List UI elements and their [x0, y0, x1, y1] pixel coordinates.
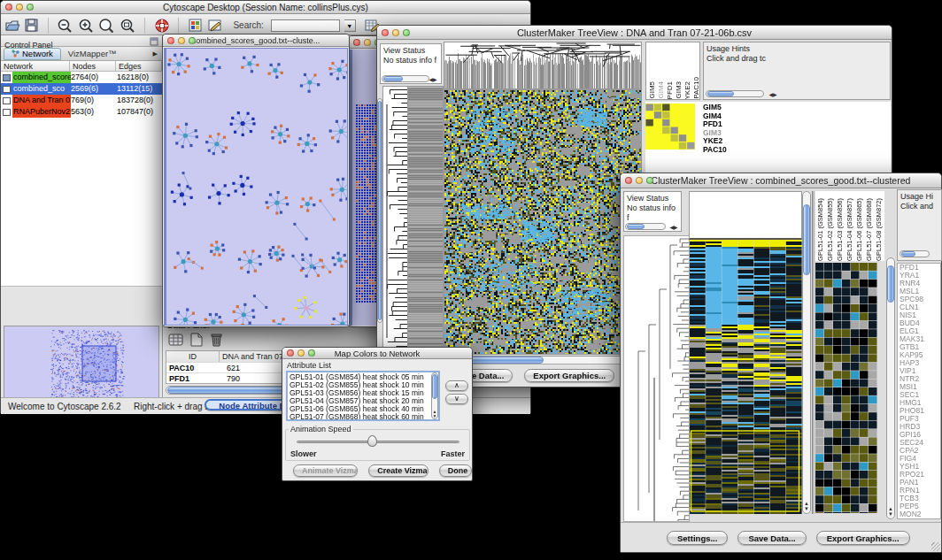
minimize-button[interactable]	[364, 39, 371, 46]
speed-slider-thumb[interactable]	[367, 435, 377, 447]
zoom-button[interactable]	[308, 349, 315, 357]
attribute-item[interactable]: GPL51-03 (GSM856) heat shock 15 min	[290, 389, 429, 397]
tv2-column-label[interactable]: GPL51-02 (GSM855)	[825, 198, 835, 261]
minimize-button[interactable]	[392, 29, 399, 36]
attribute-item[interactable]: GPL51-06 (GSM865) heat shock 40 min	[290, 405, 429, 413]
tv1-hints-hscrollbar[interactable]	[706, 90, 764, 97]
gene-label[interactable]: MON2	[900, 510, 940, 518]
tv2-footer-button[interactable]: Save Data...	[737, 531, 806, 545]
tab-overflow-button[interactable]: ▶	[149, 50, 162, 58]
tv2-column-label[interactable]: GPL51-03 (GSM856)	[835, 198, 845, 261]
tv1-mini-heatmap[interactable]	[645, 104, 695, 150]
tv1-footer-button[interactable]: Export Graphics...	[524, 369, 614, 382]
tv2-column-label[interactable]: GPL51-06 (GSM865)	[854, 198, 864, 261]
minimize-button[interactable]	[636, 177, 643, 184]
zoom-button[interactable]	[189, 37, 196, 44]
dialog-button[interactable]: Done	[439, 464, 472, 477]
search-input[interactable]	[271, 19, 340, 32]
attribute-item[interactable]: GPL51-02 (GSM855) heat shock 10 min	[290, 381, 429, 389]
birdseye-panel[interactable]	[4, 326, 159, 407]
network-row[interactable]: combined_scores2764(0)16218(0)	[1, 72, 162, 83]
tv2-row-dendrogram[interactable]	[623, 235, 690, 522]
zoom-in-icon[interactable]	[78, 18, 95, 34]
tv2-footer-button[interactable]: Export Graphics...	[816, 531, 910, 545]
minimize-button[interactable]	[16, 4, 23, 11]
attr-col-id[interactable]: ID	[166, 351, 220, 362]
close-button[interactable]	[353, 39, 360, 46]
tv1-hints-arrows[interactable]: ◀▶	[766, 92, 780, 97]
col-edges[interactable]: Edges	[116, 61, 162, 71]
select-attributes-icon[interactable]	[167, 332, 185, 348]
tv1-column-dendrogram[interactable]	[444, 42, 642, 89]
resize-grip[interactable]	[931, 542, 940, 551]
minimize-button[interactable]	[297, 349, 305, 357]
zoom-fit-icon[interactable]	[120, 18, 136, 34]
tv2-status-hscrollbar[interactable]	[625, 223, 666, 230]
tv2-heatmap-scroll-arrows[interactable]: ▲▼	[803, 501, 810, 511]
close-button[interactable]	[287, 349, 294, 357]
dialog-button[interactable]: Animate Vizmap	[293, 464, 358, 477]
tv2-zoom-vscrollbar[interactable]: ▲▼	[886, 257, 895, 519]
tv2-column-label[interactable]: GPL51-07 (GSM868)	[864, 198, 874, 261]
tv2-heatmap-vscrollbar[interactable]: ▲▼	[802, 191, 811, 514]
attribute-item[interactable]: GPL51-01 (GSM854) heat shock 05 min	[290, 373, 429, 381]
tv2-zoom-heatmap[interactable]	[815, 263, 877, 513]
tv2-heatmap[interactable]	[690, 240, 802, 514]
dialog-button[interactable]: Create Vizmap	[368, 464, 429, 477]
birdseye-canvas[interactable]	[4, 326, 158, 406]
close-button[interactable]	[5, 4, 12, 11]
network-canvas[interactable]	[166, 49, 347, 325]
close-button[interactable]	[167, 37, 174, 44]
float-panel-icon[interactable]	[150, 37, 158, 46]
tv1-status-hscrollbar[interactable]	[382, 75, 429, 82]
tv2-column-label[interactable]: GPL51-04 (GSM857)	[845, 198, 854, 261]
minimize-button[interactable]	[178, 37, 185, 44]
move-down-button[interactable]: ∨	[445, 394, 468, 404]
search-dropdown-button[interactable]: ▼	[344, 19, 356, 32]
tv1-heatmap[interactable]	[444, 89, 642, 355]
col-network[interactable]: Network	[1, 61, 70, 71]
zoom-button[interactable]	[27, 4, 34, 11]
new-attribute-icon[interactable]	[189, 332, 205, 348]
tv1-column-label[interactable]: YKE2	[683, 81, 692, 99]
cytoscape-titlebar[interactable]: Cytoscape Desktop (Session Name: collins…	[1, 1, 530, 14]
tab-vizmapper[interactable]: VizMapper™	[61, 49, 124, 58]
network-row[interactable]: combined_sco2569(6)13112(15)	[1, 83, 162, 95]
tv2-hints-hscrollbar[interactable]	[900, 250, 930, 257]
network-row[interactable]: DNA and Tran 07769(0)183728(0)	[1, 95, 162, 106]
attribute-item[interactable]: GPL51-07 (GSM868) heat shock 60 min	[290, 413, 429, 421]
window-controls[interactable]	[5, 4, 34, 11]
tv1-column-label[interactable]: GIM3	[675, 81, 683, 99]
tv2-column-label[interactable]: GPL51-08 (GSM872)	[874, 198, 884, 261]
node-attributes-icon[interactable]	[188, 18, 204, 33]
annotation-icon[interactable]	[207, 18, 224, 33]
tv1-column-label[interactable]: GIM5	[648, 81, 657, 99]
tv1-column-label[interactable]: PAC10	[692, 77, 700, 99]
tv2-column-label[interactable]: GPL51-01 (GSM854)	[815, 198, 825, 261]
tv2-footer-button[interactable]: Settings...	[667, 531, 728, 545]
save-icon[interactable]	[24, 18, 39, 33]
tv1-row-dendrogram[interactable]	[382, 86, 444, 357]
move-up-button[interactable]: ∧	[445, 380, 468, 391]
tv1-row-label[interactable]: PAC10	[703, 146, 745, 155]
zoom-selected-icon[interactable]	[98, 18, 115, 34]
help-lifebuoy-icon[interactable]	[154, 18, 170, 34]
tv2-zoom-scroll-arrows[interactable]: ▲▼	[887, 506, 894, 517]
tv1-status-arrows[interactable]: ◀▶	[427, 77, 439, 82]
delete-attribute-icon[interactable]	[209, 332, 224, 348]
network-row[interactable]: RNAPuberNov2+563(0)107847(0)	[1, 106, 162, 118]
close-button[interactable]	[382, 29, 389, 36]
zoom-out-icon[interactable]	[57, 18, 73, 34]
tv2-splitter[interactable]	[812, 191, 815, 514]
open-icon[interactable]	[4, 18, 20, 33]
close-button[interactable]	[625, 177, 632, 184]
tv1-column-label[interactable]: PFD1	[666, 81, 675, 99]
speed-slider-track[interactable]	[297, 441, 459, 443]
zoom-button[interactable]	[646, 177, 653, 184]
tv1-column-label[interactable]: GIM4	[657, 81, 666, 99]
attribute-item[interactable]: GPL51-04 (GSM857) heat shock 20 min	[290, 397, 429, 405]
zoom-button[interactable]	[403, 29, 410, 36]
tv2-status-arrows[interactable]: ◀▶	[668, 225, 680, 230]
attribute-list-vscrollbar[interactable]: ▲▼	[431, 372, 438, 419]
col-nodes[interactable]: Nodes	[70, 61, 116, 71]
